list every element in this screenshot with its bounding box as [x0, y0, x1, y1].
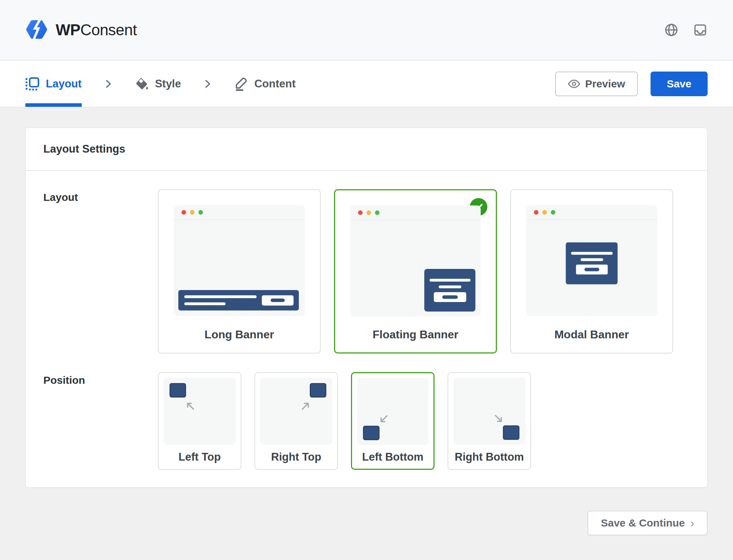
tab-style[interactable]: Style	[135, 61, 181, 107]
mockup-topbar	[350, 205, 481, 220]
position-option-right-top[interactable]: Right Top	[254, 372, 338, 470]
position-row-label: Position	[43, 372, 158, 386]
traffic-dot-green	[198, 210, 203, 215]
banner-position-rect	[310, 383, 326, 398]
tab-content[interactable]: Content	[234, 61, 296, 107]
tab-layout-label: Layout	[46, 78, 82, 90]
position-mockup	[357, 378, 429, 445]
tab-layout[interactable]: Layout	[25, 61, 82, 107]
position-option-label: Right Bottom	[448, 445, 530, 469]
banner-position-rect	[503, 425, 519, 440]
browser-mockup	[526, 205, 657, 316]
panel-header: Layout Settings	[26, 128, 707, 171]
app-header: WPConsent	[0, 0, 733, 61]
tab-style-label: Style	[155, 78, 181, 90]
brand-name-bold: WP	[56, 21, 80, 38]
floating-banner-graphic	[424, 269, 475, 312]
paint-bucket-icon	[135, 77, 149, 91]
mockup-topbar	[526, 205, 657, 220]
traffic-dot-green	[375, 210, 380, 215]
inbox-button[interactable]	[693, 23, 708, 37]
arrow-down-right-icon	[492, 412, 505, 425]
traffic-dot-red	[181, 210, 186, 215]
layout-option-modal-banner[interactable]: Modal Banner	[510, 189, 673, 353]
tab-content-label: Content	[254, 78, 296, 90]
preview-button-label: Preview	[585, 78, 625, 90]
traffic-dot-green	[551, 210, 555, 215]
panel-title: Layout Settings	[43, 143, 690, 155]
arrow-down-left-icon	[377, 413, 390, 425]
banner-position-rect	[363, 426, 380, 440]
position-option-left-top[interactable]: Left Top	[158, 372, 241, 470]
position-option-label: Left Top	[159, 445, 241, 469]
chevron-right-icon: ›	[690, 517, 694, 530]
traffic-dot-yellow	[366, 210, 371, 215]
traffic-dot-red	[358, 210, 363, 215]
traffic-dot-red	[534, 210, 538, 215]
nav-actions: Preview Save	[555, 72, 708, 96]
layout-option-label: Modal Banner	[511, 316, 672, 353]
save-button[interactable]: Save	[651, 72, 708, 96]
save-continue-label: Save & Continue	[601, 517, 685, 529]
arrow-up-right-icon	[299, 400, 312, 412]
preview-button[interactable]: Preview	[555, 72, 638, 96]
layout-row: Layout	[43, 189, 690, 353]
position-options: Left Top Right Top	[158, 372, 531, 470]
footer-bar: Save & Continue ›	[0, 488, 733, 535]
position-mockup	[453, 378, 525, 445]
brand-name-rest: Consent	[80, 21, 137, 38]
modal-banner-graphic	[566, 242, 618, 284]
layout-option-label: Long Banner	[159, 316, 320, 353]
chevron-right-icon	[202, 78, 214, 90]
settings-nav: Layout Style Content Previ	[0, 61, 733, 107]
layout-option-label: Floating Banner	[335, 316, 496, 352]
position-option-label: Left Bottom	[352, 445, 433, 469]
header-actions	[664, 23, 708, 37]
browser-mockup	[174, 205, 305, 316]
layout-icon	[25, 77, 39, 91]
eye-icon	[568, 78, 580, 90]
position-option-left-bottom[interactable]: Left Bottom	[351, 372, 435, 470]
layout-settings-panel: Layout Settings Layout	[25, 128, 708, 488]
layout-option-floating-banner[interactable]: Floating Banner	[334, 189, 497, 353]
inbox-icon	[693, 23, 708, 37]
arrow-up-left-icon	[184, 400, 197, 412]
globe-button[interactable]	[664, 23, 679, 37]
banner-position-rect	[170, 383, 186, 398]
brand-name: WPConsent	[56, 21, 137, 39]
main-content: Layout Settings Layout	[0, 107, 733, 535]
step-tabs: Layout Style Content	[25, 61, 296, 107]
position-mockup	[260, 378, 332, 445]
position-option-label: Right Top	[255, 445, 337, 469]
long-banner-graphic	[178, 290, 299, 310]
traffic-dot-yellow	[542, 210, 547, 215]
panel-body: Layout	[26, 171, 707, 487]
position-row: Position Left Top Ri	[43, 372, 690, 470]
brand-logo: WPConsent	[25, 20, 137, 41]
layout-option-long-banner[interactable]: Long Banner	[158, 189, 321, 353]
layout-options: Long Banner	[158, 189, 673, 353]
pencil-icon	[234, 77, 248, 91]
browser-mockup	[350, 205, 481, 316]
position-option-right-bottom[interactable]: Right Bottom	[448, 372, 531, 470]
layout-row-label: Layout	[43, 189, 158, 203]
wpconsent-logo-icon	[25, 20, 48, 41]
traffic-dot-yellow	[190, 210, 195, 215]
position-mockup	[164, 378, 236, 445]
chevron-right-icon	[102, 78, 114, 90]
save-continue-button[interactable]: Save & Continue ›	[587, 511, 708, 535]
globe-icon	[664, 23, 679, 37]
mockup-topbar	[174, 205, 305, 220]
